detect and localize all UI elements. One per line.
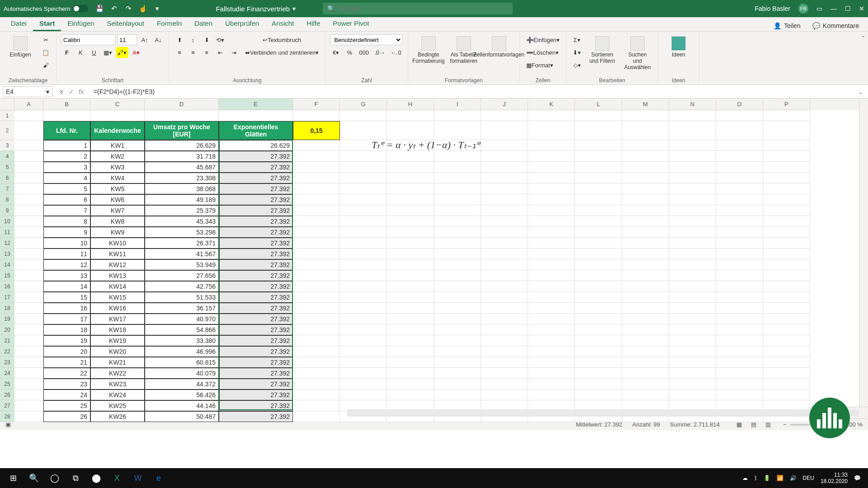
cell[interactable] xyxy=(763,205,810,216)
cell[interactable] xyxy=(340,379,387,389)
enter-formula-icon[interactable]: ✓ xyxy=(69,88,74,95)
thousands-icon[interactable]: 000 xyxy=(357,47,371,58)
cell[interactable] xyxy=(669,227,716,238)
font-color-icon[interactable]: A▾ xyxy=(130,47,142,58)
cell[interactable] xyxy=(293,151,340,162)
cell[interactable] xyxy=(340,259,387,270)
row-header[interactable]: 24 xyxy=(0,368,14,379)
minimize-icon[interactable]: — xyxy=(830,5,837,12)
cell[interactable] xyxy=(293,259,340,270)
cell[interactable] xyxy=(293,368,340,379)
cancel-formula-icon[interactable]: ✕ xyxy=(59,88,64,95)
row-header[interactable]: 3 xyxy=(0,140,14,151)
cell[interactable] xyxy=(14,140,43,151)
cell[interactable] xyxy=(387,227,434,238)
cell-umsatz[interactable]: 33.380 xyxy=(145,335,219,346)
cell[interactable] xyxy=(434,173,481,183)
alpha-cell[interactable]: 0,15 xyxy=(293,121,340,140)
cell[interactable] xyxy=(622,194,669,205)
format-cells-button[interactable]: ▦ Format ▾ xyxy=(524,60,555,70)
cell-lfd[interactable]: 11 xyxy=(43,249,90,259)
cell[interactable] xyxy=(575,379,622,389)
cell[interactable] xyxy=(716,238,763,249)
cell[interactable] xyxy=(716,183,763,194)
cell[interactable] xyxy=(14,335,43,346)
cell[interactable] xyxy=(716,357,763,368)
cell-glaetten[interactable]: 27.392 xyxy=(219,346,293,357)
cell[interactable] xyxy=(14,227,43,238)
cell[interactable] xyxy=(575,227,622,238)
cell-umsatz[interactable]: 44.372 xyxy=(145,379,219,389)
cell[interactable] xyxy=(528,140,575,151)
search-box[interactable]: 🔍 xyxy=(323,3,513,14)
cell-umsatz[interactable]: 40.079 xyxy=(145,368,219,379)
cell-umsatz[interactable]: 53.298 xyxy=(145,227,219,238)
cell[interactable] xyxy=(763,238,810,249)
cell[interactable] xyxy=(387,194,434,205)
chevron-down-icon[interactable]: ▾ xyxy=(46,88,49,95)
cell-glaetten[interactable]: 27.392 xyxy=(219,368,293,379)
cell-umsatz[interactable]: 46.996 xyxy=(145,346,219,357)
cell[interactable] xyxy=(481,227,528,238)
cell[interactable] xyxy=(293,270,340,281)
cell-umsatz[interactable]: 50.487 xyxy=(145,411,219,422)
cell-glaetten[interactable]: 27.392 xyxy=(219,227,293,238)
cell[interactable] xyxy=(575,324,622,335)
cell-glaetten[interactable]: 27.392 xyxy=(219,259,293,270)
cell[interactable] xyxy=(340,303,387,314)
cell[interactable] xyxy=(763,183,810,194)
tray-onedrive-icon[interactable]: ☁ xyxy=(742,475,748,481)
cell-lfd[interactable]: 3 xyxy=(43,162,90,173)
cell[interactable] xyxy=(14,194,43,205)
cell[interactable] xyxy=(763,357,810,368)
cell[interactable] xyxy=(669,368,716,379)
cell-glaetten[interactable]: 27.392 xyxy=(219,389,293,400)
cell[interactable] xyxy=(434,346,481,357)
cell[interactable] xyxy=(14,411,43,422)
search-taskbar-icon[interactable]: 🔍 xyxy=(24,468,44,488)
zoom-out-icon[interactable]: − xyxy=(783,421,787,428)
cell[interactable] xyxy=(669,205,716,216)
cell[interactable] xyxy=(14,303,43,314)
cell-glaetten[interactable]: 27.392 xyxy=(219,400,293,411)
row-header[interactable]: 15 xyxy=(0,270,14,281)
cell[interactable] xyxy=(481,183,528,194)
cell-lfd[interactable]: 7 xyxy=(43,205,90,216)
cell[interactable] xyxy=(622,379,669,389)
bold-button[interactable]: F xyxy=(61,47,73,58)
find-select-button[interactable]: Suchen und Auswählen xyxy=(622,34,653,72)
cell[interactable] xyxy=(14,357,43,368)
cell[interactable] xyxy=(716,259,763,270)
cell[interactable] xyxy=(434,324,481,335)
cell-lfd[interactable]: 15 xyxy=(43,292,90,303)
cell-umsatz[interactable]: 41.567 xyxy=(145,249,219,259)
cell-lfd[interactable]: 19 xyxy=(43,335,90,346)
cell[interactable] xyxy=(528,259,575,270)
cell[interactable] xyxy=(622,110,669,121)
cell[interactable] xyxy=(481,346,528,357)
cell-styles-button[interactable]: Zellenformatvorlagen xyxy=(483,34,515,60)
cell-glaetten[interactable]: 27.392 xyxy=(219,357,293,368)
cell[interactable] xyxy=(14,173,43,183)
cell-lfd[interactable]: 16 xyxy=(43,303,90,314)
tab-überprüfen[interactable]: Überprüfen xyxy=(219,17,265,31)
cell[interactable] xyxy=(387,238,434,249)
insert-cells-button[interactable]: ➕ Einfügen ▾ xyxy=(524,34,561,45)
taskview-icon[interactable]: ⧉ xyxy=(65,468,86,488)
close-icon[interactable]: ✕ xyxy=(859,5,864,12)
cell[interactable] xyxy=(575,121,622,140)
customize-icon[interactable]: ▾ xyxy=(153,5,161,13)
cell[interactable] xyxy=(716,324,763,335)
cell-lfd[interactable]: 10 xyxy=(43,238,90,249)
cell[interactable] xyxy=(387,324,434,335)
cell[interactable] xyxy=(340,249,387,259)
cell[interactable] xyxy=(481,162,528,173)
cell[interactable] xyxy=(669,110,716,121)
cell[interactable] xyxy=(669,346,716,357)
cell[interactable] xyxy=(575,314,622,324)
cell[interactable] xyxy=(434,151,481,162)
cell[interactable] xyxy=(669,292,716,303)
cell-lfd[interactable]: 6 xyxy=(43,194,90,205)
wrap-text-button[interactable]: ↩ Textumbruch xyxy=(243,34,321,45)
cell[interactable] xyxy=(716,121,763,140)
